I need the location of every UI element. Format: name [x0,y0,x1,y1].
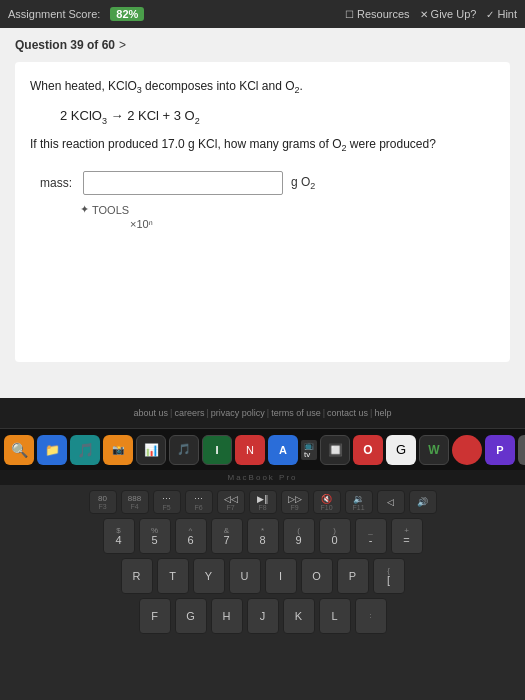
atv-badge: 📺tv [301,440,317,460]
keyboard: 80 F3 888 F4 ⋯ F5 ⋯ F6 ◁◁ F7 [0,485,525,700]
help-link[interactable]: help [374,408,391,418]
key-f9[interactable]: ▷▷ F9 [281,490,309,514]
question-ask: If this reaction produced 17.0 g KCl, ho… [30,135,495,156]
dock-icon-app3[interactable]: A [268,435,298,465]
x10-label: ×10ⁿ [130,218,495,230]
tools-section: ✦ TOOLS ×10ⁿ [80,203,495,230]
dock-icon-g[interactable]: G [386,435,416,465]
content-area: Question 39 of 60 > When heated, KClO3 d… [0,28,525,398]
tools-icon: ✦ [80,203,89,216]
tools-button[interactable]: ✦ TOOLS [80,203,129,216]
mass-label: mass: [40,176,75,190]
privacy-link[interactable]: privacy policy [211,408,265,418]
key-r[interactable]: R [121,558,153,594]
top-bar: Assignment Score: 82% ☐ Resources ✕ Give… [0,0,525,28]
key-f3[interactable]: 80 F3 [89,490,117,514]
key-f[interactable]: F [139,598,171,634]
dock-icon-o[interactable]: O [353,435,383,465]
key-caret-6[interactable]: ^ 6 [175,518,207,554]
key-y[interactable]: Y [193,558,225,594]
answer-row: mass: g O2 [40,171,495,195]
key-volume[interactable]: 🔊 [409,490,437,514]
equation: 2 KClO3 → 2 KCl + 3 O2 [60,108,495,126]
key-star-8[interactable]: * 8 [247,518,279,554]
question-intro: When heated, KClO3 decomposes into KCl a… [30,77,495,98]
dock-icon-app2[interactable]: N [235,435,265,465]
key-f8[interactable]: ▶‖ F8 [249,490,277,514]
about-link[interactable]: about us [134,408,169,418]
key-paren-0[interactable]: ) 0 [319,518,351,554]
key-g[interactable]: G [175,598,207,634]
lower-half: about us | careers | privacy policy | te… [0,398,525,700]
key-u[interactable]: U [229,558,261,594]
assignment-label: Assignment Score: [8,8,100,20]
key-f4[interactable]: 888 F4 [121,490,149,514]
terms-link[interactable]: terms of use [271,408,321,418]
key-f11[interactable]: 🔉 F11 [345,490,373,514]
key-f5[interactable]: ⋯ F5 [153,490,181,514]
key-t[interactable]: T [157,558,189,594]
fn-key-row: 80 F3 888 F4 ⋯ F5 ⋯ F6 ◁◁ F7 [5,490,520,514]
unit-label: g O2 [291,175,315,191]
key-paren-9[interactable]: ( 9 [283,518,315,554]
checkbox-icon: ☐ [345,9,354,20]
dock-icon-files[interactable]: 📁 [37,435,67,465]
key-dollar-4[interactable]: $ 4 [103,518,135,554]
taskbar: about us | careers | privacy policy | te… [0,398,525,428]
key-percent-5[interactable]: % 5 [139,518,171,554]
key-k[interactable]: K [283,598,315,634]
question-nav: Question 39 of 60 > [15,38,510,52]
mass-input[interactable] [83,171,283,195]
score-badge: 82% [110,7,144,21]
dock-icon-app1[interactable]: I [202,435,232,465]
question-counter: Question 39 of 60 [15,38,115,52]
dock-icon-camera2[interactable]: 🎵 [169,435,199,465]
chevron-right-icon: > [119,38,126,52]
key-i[interactable]: I [265,558,297,594]
macbook-label: MacBook Pro [0,470,525,485]
dock-bar: 🔍 📁 🎵 📸 📊 🎵 I N A 📺tv 🔲 O G W P 📷 [0,428,525,470]
give-up-button[interactable]: ✕ Give Up? [420,8,477,20]
key-amp-7[interactable]: & 7 [211,518,243,554]
dock-icon-stats[interactable]: 📊 [136,435,166,465]
key-h[interactable]: H [211,598,243,634]
hint-button[interactable]: ✓ Hint [486,8,517,20]
key-f12[interactable]: ◁ [377,490,405,514]
key-colon[interactable]: : [355,598,387,634]
key-f10[interactable]: 🔇 F10 [313,490,341,514]
key-j[interactable]: J [247,598,279,634]
dock-icon-rect[interactable]: 🔲 [320,435,350,465]
key-l[interactable]: L [319,598,351,634]
dock-icon-dot[interactable] [452,435,482,465]
resources-button[interactable]: ☐ Resources [345,8,410,20]
key-p[interactable]: P [337,558,369,594]
key-o[interactable]: O [301,558,333,594]
qwerty-row1: R T Y U I O P { [ [5,558,520,594]
key-f6[interactable]: ⋯ F6 [185,490,213,514]
key-equals[interactable]: + = [391,518,423,554]
dock-icon-cam[interactable]: 📷 [518,435,525,465]
give-up-icon: ✕ [420,9,428,20]
question-body: When heated, KClO3 decomposes into KCl a… [15,62,510,362]
careers-link[interactable]: careers [174,408,204,418]
dock-icon-w[interactable]: W [419,435,449,465]
contact-link[interactable]: contact us [327,408,368,418]
key-f7[interactable]: ◁◁ F7 [217,490,245,514]
key-brace[interactable]: { [ [373,558,405,594]
key-minus[interactable]: _ - [355,518,387,554]
check-icon: ✓ [486,9,494,20]
dock-icon-finder[interactable]: 🔍 [4,435,34,465]
dock-icon-p[interactable]: P [485,435,515,465]
dock-icon-photos[interactable]: 📸 [103,435,133,465]
number-key-row: $ 4 % 5 ^ 6 & 7 * 8 [5,518,520,554]
dock-icon-music[interactable]: 🎵 [70,435,100,465]
qwerty-row2: F G H J K L : [5,598,520,634]
